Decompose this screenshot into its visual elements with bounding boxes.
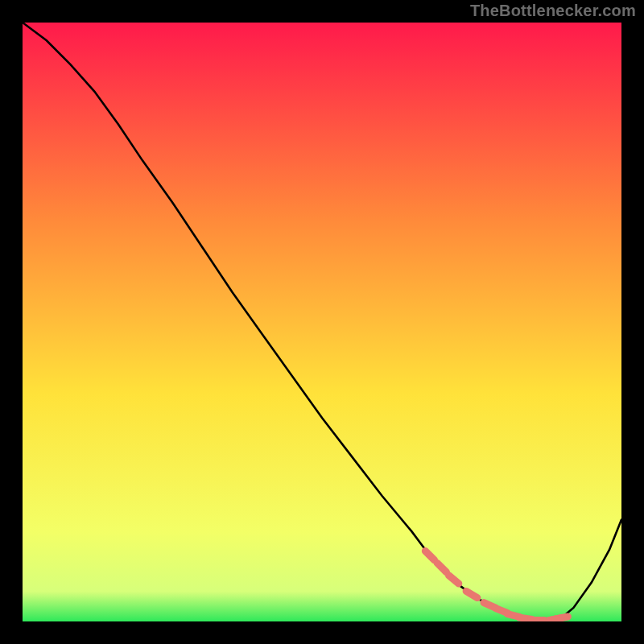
gradient-background bbox=[23, 23, 621, 621]
chart-container: TheBottlenecker.com bbox=[0, 0, 644, 644]
chart-svg bbox=[23, 23, 621, 621]
watermark-text: TheBottlenecker.com bbox=[470, 2, 636, 20]
plot-area bbox=[23, 23, 621, 621]
curve-marker bbox=[555, 617, 568, 619]
